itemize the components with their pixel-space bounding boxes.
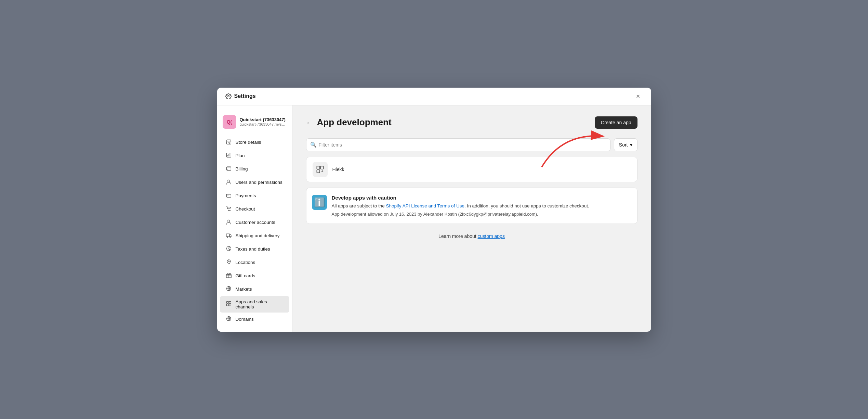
sidebar-item-markets[interactable]: Markets: [220, 283, 289, 296]
filter-input[interactable]: [306, 138, 610, 151]
sidebar-item-apps-sales-channels[interactable]: Apps and sales channels: [220, 296, 289, 313]
sidebar-item-label-gift-cards: Gift cards: [236, 273, 255, 278]
sidebar-item-label-payments: Payments: [236, 193, 256, 198]
svg-point-13: [228, 261, 229, 262]
sidebar-item-users-permissions[interactable]: Users and permissions: [220, 176, 289, 189]
sidebar-item-gift-cards[interactable]: Gift cards: [220, 269, 289, 282]
content-area: Q( Quickstart (73633047) quickstart-7363…: [217, 105, 651, 332]
caution-title: Develop apps with caution: [332, 195, 630, 201]
svg-rect-24: [317, 170, 319, 173]
caution-body: All apps are subject to the Shopify API …: [332, 203, 630, 210]
sidebar-item-label-customer-accounts: Customer accounts: [236, 220, 275, 225]
svg-point-6: [228, 210, 229, 211]
caution-icon-box: ℹ️: [312, 195, 327, 210]
sort-chevron-icon: ▾: [630, 142, 632, 148]
taxes-duties-icon: [225, 246, 232, 253]
sidebar-item-locations[interactable]: Locations: [220, 256, 289, 269]
sort-button[interactable]: Sort ▾: [614, 138, 637, 151]
sidebar-item-label-markets: Markets: [236, 287, 252, 292]
sidebar-item-customer-accounts[interactable]: Customer accounts: [220, 216, 289, 229]
shipping-delivery-icon: [225, 232, 232, 239]
create-app-button[interactable]: Create an app: [595, 116, 637, 129]
sidebar-item-label-domains: Domains: [236, 317, 254, 322]
app-name-hlekk: Hlekk: [332, 167, 344, 172]
svg-point-10: [227, 237, 227, 237]
caution-text-area: Develop apps with caution All apps are s…: [332, 195, 630, 217]
sidebar-item-payments[interactable]: Payments: [220, 189, 289, 202]
billing-icon: [225, 166, 232, 173]
svg-rect-3: [226, 167, 231, 170]
gift-cards-icon: [225, 272, 232, 279]
domains-icon: [225, 316, 232, 323]
page-header-left: ← App development: [306, 117, 392, 128]
search-input-wrapper: 🔍: [306, 138, 610, 151]
svg-point-11: [229, 237, 230, 237]
sidebar-item-label-plan: Plan: [236, 153, 245, 158]
svg-rect-9: [226, 234, 229, 237]
sidebar-item-taxes-duties[interactable]: Taxes and duties: [220, 243, 289, 256]
sidebar-item-domains[interactable]: Domains: [220, 313, 289, 326]
sidebar-item-label-users-permissions: Users and permissions: [236, 180, 282, 185]
app-card-hlekk[interactable]: Hlekk: [306, 157, 637, 182]
sidebar-item-label-store-details: Store details: [236, 140, 261, 145]
sidebar-item-billing[interactable]: Billing: [220, 163, 289, 176]
title-bar-left: Settings: [225, 93, 256, 99]
page-title: App development: [317, 117, 392, 128]
search-row: 🔍 Sort ▾: [306, 138, 637, 151]
svg-point-5: [227, 180, 229, 182]
sidebar-item-store-details[interactable]: Store details: [220, 136, 289, 149]
app-icon-hlekk: [313, 162, 328, 177]
learn-more-prefix: Learn more about: [438, 233, 477, 239]
store-details-icon: [225, 139, 232, 146]
store-info: Quickstart (73633047) quickstart-7363304…: [240, 117, 287, 126]
window-title: Settings: [234, 93, 256, 99]
locations-icon: [225, 259, 232, 266]
caution-footer: App development allowed on July 16, 2023…: [332, 212, 630, 217]
users-permissions-icon: [225, 179, 232, 186]
sidebar-item-label-shipping-delivery: Shipping and delivery: [236, 233, 280, 238]
sidebar-item-checkout[interactable]: Checkout: [220, 203, 289, 216]
custom-apps-link[interactable]: custom apps: [478, 233, 505, 239]
svg-point-0: [227, 96, 229, 97]
svg-rect-23: [320, 166, 323, 169]
store-name: Quickstart (73633047): [240, 117, 287, 122]
store-profile: Q( Quickstart (73633047) quickstart-7363…: [217, 111, 292, 136]
main-content: ← App development Create an app 🔍 Sort ▾…: [292, 105, 651, 332]
svg-rect-19: [229, 304, 231, 306]
caution-body-before-link: All apps are subject to the: [332, 203, 386, 208]
title-bar: Settings ×: [217, 88, 651, 105]
learn-more: Learn more about custom apps: [306, 233, 637, 239]
payments-icon: [225, 192, 232, 199]
page-header: ← App development Create an app: [306, 116, 637, 129]
sidebar-item-plan[interactable]: Plan: [220, 149, 289, 162]
sidebar-item-label-checkout: Checkout: [236, 206, 255, 212]
sidebar-item-label-billing: Billing: [236, 166, 248, 172]
apps-list: Hlekk: [306, 157, 637, 182]
caution-card: ℹ️ Develop apps with caution All apps ar…: [306, 188, 637, 224]
sidebar-item-label-apps-sales-channels: Apps and sales channels: [236, 299, 284, 309]
close-button[interactable]: ×: [633, 91, 643, 101]
svg-rect-16: [226, 301, 228, 303]
svg-point-8: [227, 220, 229, 222]
caution-body-after-link: . In addition, you should not use apps t…: [464, 203, 589, 208]
sidebar: Q( Quickstart (73633047) quickstart-7363…: [217, 105, 292, 332]
plan-icon: [225, 152, 232, 159]
back-button[interactable]: ←: [306, 119, 313, 126]
svg-point-4: [227, 169, 228, 169]
shopify-api-link[interactable]: Shopify API License and Terms of Use: [386, 203, 464, 208]
sidebar-item-label-locations: Locations: [236, 260, 255, 265]
settings-icon: [225, 93, 232, 99]
svg-rect-18: [226, 304, 228, 306]
store-avatar: Q(: [223, 115, 236, 129]
checkout-icon: [225, 206, 232, 213]
sidebar-item-label-taxes-duties: Taxes and duties: [236, 246, 270, 252]
store-url: quickstart-73633047.myshopify.com: [240, 122, 287, 126]
svg-rect-22: [317, 166, 319, 169]
sidebar-item-shipping-delivery[interactable]: Shipping and delivery: [220, 229, 289, 242]
customer-accounts-icon: [225, 219, 232, 226]
svg-point-7: [229, 210, 230, 211]
svg-rect-17: [229, 301, 231, 303]
search-icon: 🔍: [310, 142, 317, 148]
markets-icon: [225, 286, 232, 293]
settings-window: Settings × Q( Quickstart (73633047) quic…: [217, 88, 651, 332]
